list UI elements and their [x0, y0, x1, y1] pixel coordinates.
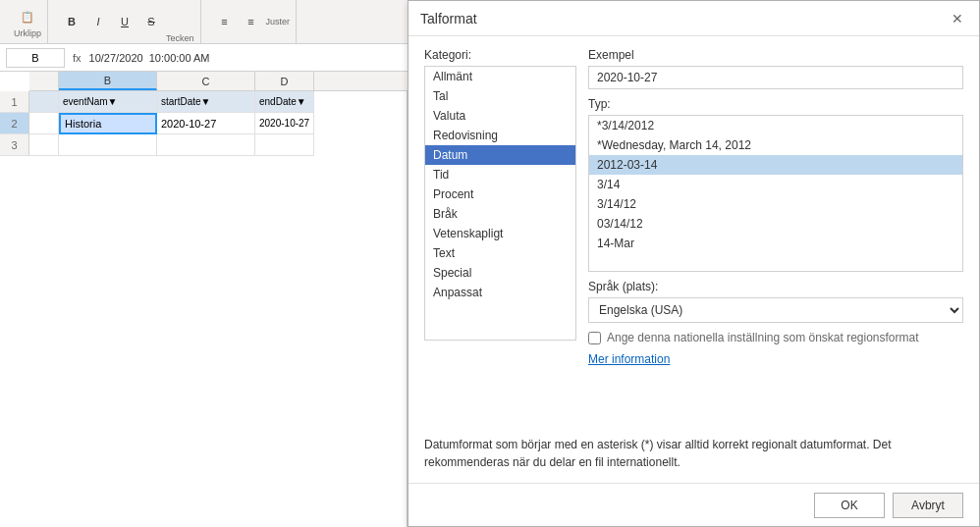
category-item[interactable]: Tid: [425, 165, 575, 184]
checkbox-label: Ange denna nationella inställning som ön…: [607, 331, 919, 344]
table-row: 2 Historia 2020-10-27 2020-10-27: [0, 113, 408, 134]
category-item[interactable]: Vetenskapligt: [425, 224, 575, 243]
align-right-button[interactable]: ≡: [240, 10, 263, 33]
cell-1d[interactable]: endDate▼: [255, 91, 314, 113]
category-item[interactable]: Datum: [425, 145, 575, 165]
cell-2d[interactable]: 2020-10-27: [255, 113, 314, 134]
col-header-d[interactable]: D: [255, 72, 314, 90]
dialog-footer: OK Avbryt: [408, 483, 979, 526]
example-section: Exempel 2020-10-27: [588, 48, 963, 89]
description-section: Datumformat som börjar med en asterisk (…: [424, 428, 963, 471]
clipboard-label: Urklipp: [14, 28, 41, 38]
example-value: 2020-10-27: [588, 66, 963, 89]
right-panel: Exempel 2020-10-27 Typ: *3/14/2012*Wedne…: [588, 48, 963, 366]
type-item[interactable]: *3/14/2012: [589, 116, 962, 135]
col-header-a: [29, 72, 59, 90]
type-item[interactable]: 3/14/12: [589, 194, 962, 214]
table-row: 1 eventNam▼ startDate▼ endDate▼: [0, 91, 408, 113]
font-section: B I U S Tecken: [54, 0, 201, 43]
mer-info-section: Mer information: [588, 352, 963, 366]
fx-icon: fx: [69, 52, 85, 64]
exempel-label: Exempel: [588, 48, 963, 62]
justify-label: Juster: [266, 17, 291, 26]
sprak-label: Språk (plats):: [588, 280, 963, 293]
ok-button[interactable]: OK: [814, 493, 885, 518]
col-header-c[interactable]: C: [157, 72, 255, 90]
bold-button[interactable]: B: [60, 10, 83, 33]
cell-2b[interactable]: Historia: [59, 113, 157, 134]
paste-button[interactable]: 📋: [16, 5, 39, 28]
type-item[interactable]: 14-Mar: [589, 234, 962, 253]
grid-rows: 1 eventNam▼ startDate▼ endDate▼ 2 Histor…: [0, 91, 408, 156]
cell-1b[interactable]: eventNam▼: [59, 91, 157, 113]
type-item[interactable]: 03/14/12: [589, 214, 962, 234]
category-item[interactable]: Special: [425, 263, 575, 283]
row-num-2: 2: [0, 113, 29, 134]
dialog-close-button[interactable]: ✕: [948, 9, 967, 28]
clipboard-section: 📋 Urklipp: [8, 0, 48, 43]
cell-2c[interactable]: 2020-10-27: [157, 113, 255, 134]
cell-1c[interactable]: startDate▼: [157, 91, 255, 113]
dialog-body: Kategori: AllmäntTalValutaRedovisningDat…: [408, 36, 979, 483]
strikethrough-button[interactable]: S: [139, 10, 163, 33]
col-headers: B C D: [29, 72, 408, 91]
type-item[interactable]: *Wednesday, March 14, 2012: [589, 135, 962, 155]
talformat-dialog: Talformat ✕ Kategori: AllmäntTalValutaRe…: [408, 0, 980, 527]
mer-information-link[interactable]: Mer information: [588, 352, 670, 366]
cell-3c[interactable]: [157, 134, 255, 156]
type-item[interactable]: 3/14: [589, 175, 962, 194]
col-header-b[interactable]: B: [59, 72, 157, 90]
dialog-title: Talformat: [420, 11, 477, 26]
type-section: Typ: *3/14/2012*Wednesday, March 14, 201…: [588, 97, 963, 272]
typ-label: Typ:: [588, 97, 963, 111]
category-item[interactable]: Redovisning: [425, 126, 575, 145]
category-item[interactable]: Text: [425, 243, 575, 263]
cell-3d[interactable]: [255, 134, 314, 156]
table-row: 3: [0, 134, 408, 156]
category-item[interactable]: Bråk: [425, 204, 575, 224]
cell-3b[interactable]: [59, 134, 157, 156]
font-label: Tecken: [166, 33, 194, 43]
category-item[interactable]: Tal: [425, 86, 575, 106]
description-text: Datumformat som börjar med en asterisk (…: [424, 436, 963, 471]
kategori-label: Kategori:: [424, 48, 576, 62]
underline-button[interactable]: U: [113, 10, 136, 33]
italic-button[interactable]: I: [86, 10, 110, 33]
checkbox-row: Ange denna nationella inställning som ön…: [588, 331, 963, 344]
row-num-3: 3: [0, 134, 29, 156]
formula-input[interactable]: [89, 48, 402, 68]
category-list[interactable]: AllmäntTalValutaRedovisningDatumTidProce…: [424, 66, 576, 341]
align-left-button[interactable]: ≡: [213, 10, 237, 33]
language-select[interactable]: Engelska (USA)Svenska (Sverige)NorskaDan…: [588, 297, 963, 323]
category-item[interactable]: Valuta: [425, 106, 575, 126]
category-item[interactable]: Anpassat: [425, 283, 575, 302]
name-box[interactable]: [6, 48, 65, 68]
dialog-main-row: Kategori: AllmäntTalValutaRedovisningDat…: [424, 48, 963, 366]
dialog-titlebar: Talformat ✕: [408, 1, 979, 36]
justify-section: ≡ ≡ Juster: [207, 0, 298, 43]
category-item[interactable]: Procent: [425, 184, 575, 204]
category-section: Kategori: AllmäntTalValutaRedovisningDat…: [424, 48, 576, 366]
category-item[interactable]: Allmänt: [425, 67, 575, 86]
cell-1a[interactable]: [29, 91, 59, 113]
cell-2a[interactable]: [29, 113, 59, 134]
cell-3a[interactable]: [29, 134, 59, 156]
type-list[interactable]: *3/14/2012*Wednesday, March 14, 20122012…: [588, 115, 963, 272]
grid-area: B C D 1 eventNam▼ startDate▼ endDate▼ 2 …: [0, 72, 408, 527]
avbryt-button[interactable]: Avbryt: [893, 493, 963, 518]
row-num-1: 1: [0, 91, 29, 113]
language-section: Språk (plats): Engelska (USA)Svenska (Sv…: [588, 280, 963, 323]
toolbar: 📋 Urklipp B I U S Tecken ≡ ≡ Juster: [0, 0, 408, 44]
formula-bar: fx: [0, 44, 408, 72]
type-item[interactable]: 2012-03-14: [589, 155, 962, 175]
regional-format-checkbox[interactable]: [588, 332, 601, 344]
